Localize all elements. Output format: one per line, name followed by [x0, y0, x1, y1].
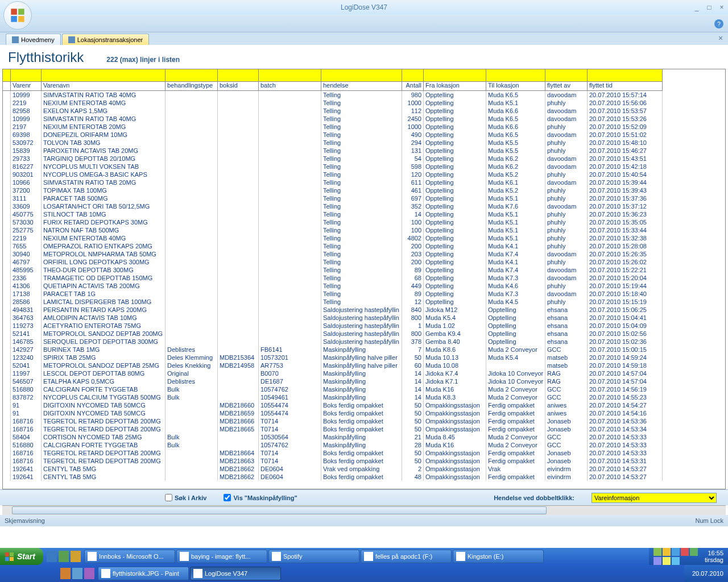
table-row[interactable]: 123240SPIRIX TAB 25MGDeles KlemmingMDB21… [3, 354, 725, 361]
table-row[interactable]: 252775NATRON NAF TAB 500MGTelling100Oppt… [3, 226, 725, 234]
column-header[interactable]: Fra lokasjon [424, 82, 486, 91]
filter-cell[interactable] [11, 69, 42, 82]
table-row[interactable]: 30940METOPROLOL NMPHARMA TAB 50MGTelling… [3, 250, 725, 258]
minimize-button[interactable]: _ [690, 2, 703, 13]
column-header[interactable] [3, 82, 11, 91]
table-row[interactable]: 52141METOPROLOL SANDOZ DEPTAB 200MGSaldo… [3, 330, 725, 338]
filter-cell[interactable] [166, 69, 218, 82]
table-row[interactable]: 573030FURIX RETARD DEPOTKAPS 30MGTelling… [3, 218, 725, 226]
table-row[interactable]: 364763AMLODIPIN ACTAVIS TAB 10MGSaldojus… [3, 314, 725, 322]
table-row[interactable]: 168716TEGRETOL RETARD DEPOTTAB 200MGMDB2… [3, 417, 725, 425]
table-row[interactable]: 192641CENTYL TAB 5MGMDB218662DE0604Boks … [3, 473, 725, 481]
table-row[interactable]: 168716TEGRETOL RETARD DEPOTTAB 200MGMDB2… [3, 449, 725, 457]
filter-cell[interactable] [424, 69, 486, 82]
filter-row[interactable] [3, 69, 725, 82]
date[interactable]: 20.07.2010 [689, 570, 723, 577]
column-header[interactable]: Antall [402, 82, 424, 91]
table-row[interactable]: 168716TEGRETOL RETARD DEPOTTAB 200MGMDB2… [3, 457, 725, 465]
table-row[interactable]: 119273ACETYRATIO ENTEROTAB 75MGSaldojust… [3, 322, 725, 330]
column-header[interactable]: boksid [218, 82, 259, 91]
table-row[interactable]: 91DIGITOXIN NYCOMED TAB 50MCGMDB21866010… [3, 401, 725, 409]
column-header[interactable]: Varenavn [42, 82, 166, 91]
desktop-icon[interactable] [59, 551, 69, 562]
table-row[interactable]: 69398DONEPEZIL ORIFARM 10MGTelling490Opp… [3, 131, 725, 139]
table-row[interactable]: 33609LOSARTAN/HCT ORI TAB 50/12,5MGTelli… [3, 202, 725, 210]
table-row[interactable]: 17138PARACET TAB 1GTelling89OpptellingMu… [3, 290, 725, 298]
start-button[interactable]: Start [0, 548, 43, 565]
table-row[interactable]: 530972TOLVON TAB 30MGTelling294Opptellin… [3, 139, 725, 147]
filter-cell[interactable] [42, 69, 166, 82]
column-header[interactable]: Til lokasjon [486, 82, 545, 91]
table-row[interactable]: 2219NEXIUM ENTEROTAB 40MGTelling1000Oppt… [3, 99, 725, 107]
taskbar-button[interactable]: baying - image: flytt... [176, 550, 267, 563]
taskbar-button[interactable]: Spotify [268, 550, 359, 563]
tab-hovedmeny[interactable]: Hovedmeny [6, 34, 61, 45]
taskbar-button[interactable]: Kingston (E:) [453, 550, 544, 563]
table-row[interactable]: 903201NYCOPLUS OMEGA-3 BASIC KAPSTelling… [3, 171, 725, 178]
table-row[interactable]: 546507ETALPHA KAPS 0,5MCGDeblistresDE168… [3, 377, 725, 385]
system-tray[interactable]: 16:55 tirsdag [649, 548, 728, 565]
table-row[interactable]: 146785SEROQUEL DEPOT DEPOTTAB 300MGSaldo… [3, 338, 725, 346]
header-row[interactable]: VarenrVarenavnbehandlingstypeboksidbatch… [3, 82, 725, 91]
filter-cell[interactable] [588, 69, 663, 82]
table-row[interactable]: 15839PAROXETIN ACTAVIS TAB 20MGTelling13… [3, 147, 725, 155]
table-row[interactable]: 2219NEXIUM ENTEROTAB 40MGTelling4802Oppt… [3, 234, 725, 242]
taskbar-button[interactable]: flytthistorikk.JPG - Paint [98, 567, 189, 580]
table-row[interactable]: 41306QUETIAPIN ACTAVIS TAB 200MGTelling4… [3, 282, 725, 290]
column-header[interactable]: Varenr [11, 82, 42, 91]
filter-cell[interactable] [259, 69, 321, 82]
table-row[interactable]: 7655OMEPRAZOL RATIO ENTKAPS 20MGTelling2… [3, 242, 725, 250]
quick-launch[interactable] [43, 551, 84, 562]
table-row[interactable]: 29733TARGINIQ DEPOTTAB 20/10MGTelling54O… [3, 155, 725, 163]
table-row[interactable]: 2336TRAMAGETIC OD DEPOTTAB 150MGTelling6… [3, 274, 725, 282]
table-row[interactable]: 142927BURINEX TAB 1MGDeblistresFB6141Mas… [3, 346, 725, 354]
table-row[interactable]: 58404CORTISON NYCOMED TAB 25MGBulk105305… [3, 433, 725, 441]
dblclick-select[interactable]: Vareinformasjon [592, 493, 717, 503]
table-row[interactable]: 168716TEGRETOL RETARD DEPOTTAB 200MGMDB2… [3, 425, 725, 433]
grid-body[interactable]: 10999SIMVASTATIN RATIO TAB 40MGTelling98… [3, 91, 725, 489]
table-row[interactable]: 10999SIMVASTATIN RATIO TAB 40MGTelling98… [3, 91, 725, 99]
tray-icons[interactable] [653, 548, 699, 565]
table-row[interactable]: 494831PERSANTIN RETARD KAPS 200MGSaldoju… [3, 306, 725, 314]
table-row[interactable]: 837872NYCOPLUS CALCIUM TYGGTAB 500MGBulk… [3, 393, 725, 401]
table-row[interactable]: 2197NEXIUM ENTEROTAB 20MGTelling1000Oppt… [3, 123, 725, 131]
table-row[interactable]: 192641CENTYL TAB 5MGMDB218662DE0604Vrak … [3, 465, 725, 473]
app-icon[interactable] [72, 568, 82, 579]
table-row[interactable]: 3111PARACET TAB 500MGTelling697Opptellin… [3, 194, 725, 202]
ie-icon[interactable] [47, 551, 57, 562]
table-row[interactable]: 82958EXELON KAPS 1,5MGTelling112Opptelli… [3, 107, 725, 115]
filter-cell[interactable] [545, 69, 588, 82]
close-button[interactable]: × [715, 2, 728, 13]
taskbar-button[interactable]: Innboks - Microsoft O... [84, 550, 175, 563]
restore-button[interactable]: □ [703, 2, 715, 13]
table-row[interactable]: 28586LAMICTAL DISPERGERB TAB 100MGTellin… [3, 298, 725, 306]
column-header[interactable]: flyttet av [545, 82, 588, 91]
filter-cell[interactable] [321, 69, 402, 82]
filter-cell[interactable] [402, 69, 424, 82]
column-header[interactable]: flyttet tid [588, 82, 663, 91]
taskbar-button[interactable]: LogiDose V347 [190, 567, 281, 580]
column-header[interactable]: hendelse [321, 82, 402, 91]
tab-lokasjonstransaksjoner[interactable]: Lokasjonstransaksjoner [62, 34, 150, 45]
table-row[interactable]: 516880CALCIGRAN FORTE TYGGETABBulk105747… [3, 385, 725, 393]
app-icon[interactable] [60, 568, 71, 579]
table-row[interactable]: 816227NYCOPLUS MULTI VOKSEN TABTelling59… [3, 163, 725, 171]
filter-cell[interactable] [3, 69, 11, 82]
quick-launch-2[interactable] [57, 568, 98, 579]
table-row[interactable]: 485995THEO-DUR DEPOTTAB 300MGTelling89Op… [3, 266, 725, 274]
archive-checkbox[interactable]: Søk i Arkiv [165, 494, 206, 501]
taskbar-button[interactable]: felles på apodc1 (F:) [361, 550, 452, 563]
table-row[interactable]: 10966SIMVASTATIN RATIO TAB 20MGTelling61… [3, 178, 725, 186]
column-header[interactable]: batch [259, 82, 321, 91]
explorer-icon[interactable] [71, 551, 81, 562]
clock[interactable]: 16:55 tirsdag [701, 550, 723, 563]
table-row[interactable]: 46797ORFIRIL LONG DEPOTKAPS 300MGTelling… [3, 258, 725, 266]
table-row[interactable]: 516880CALCIGRAN FORTE TYGGETABBulk105747… [3, 441, 725, 449]
tab-close-button[interactable]: × [717, 34, 725, 42]
scrollbar-thumb[interactable] [12, 506, 547, 514]
help-button[interactable]: ? [714, 19, 723, 28]
show-fill-checkbox[interactable]: Vis "Maskinpåfylling" [224, 494, 297, 501]
table-row[interactable]: 37200TOPIMAX TAB 100MGTelling461Opptelli… [3, 186, 725, 194]
table-row[interactable]: 52041METOPROLOL SANDOZ DEPTAB 25MGDeles … [3, 361, 725, 369]
table-row[interactable]: 11997LESCOL DEPOT DEPOTTAB 80MGOriginalB… [3, 369, 725, 377]
